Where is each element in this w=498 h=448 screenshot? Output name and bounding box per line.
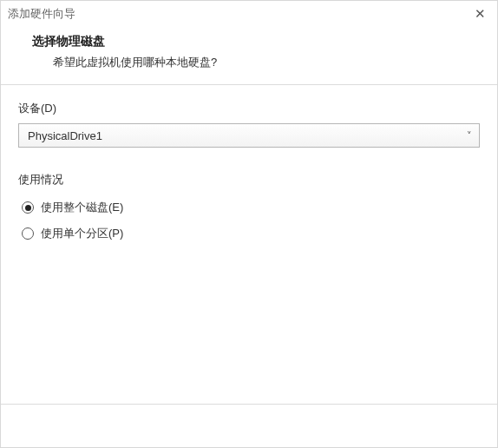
device-select[interactable]: PhysicalDrive1 ˅ [18, 123, 480, 148]
radio-icon [22, 201, 34, 214]
usage-option-label: 使用整个磁盘(E) [41, 200, 123, 215]
usage-option-label: 使用单个分区(P) [41, 226, 123, 241]
usage-option-whole-disk[interactable]: 使用整个磁盘(E) [18, 194, 480, 221]
page-subtitle: 希望此虚拟机使用哪种本地硬盘? [32, 55, 471, 70]
chevron-down-icon: ˅ [467, 130, 472, 142]
wizard-header: 选择物理磁盘 希望此虚拟机使用哪种本地硬盘? [1, 27, 497, 85]
titlebar: 添加硬件向导 ✕ [1, 1, 497, 27]
close-icon[interactable]: ✕ [471, 5, 488, 23]
device-select-value: PhysicalDrive1 [28, 129, 102, 142]
usage-option-single-partition[interactable]: 使用单个分区(P) [18, 221, 480, 247]
page-title: 选择物理磁盘 [32, 34, 471, 49]
device-label: 设备(D) [18, 101, 480, 116]
wizard-body: 设备(D) PhysicalDrive1 ˅ 使用情况 使用整个磁盘(E) 使用… [1, 85, 497, 404]
window-title: 添加硬件向导 [8, 7, 75, 22]
wizard-footer [1, 404, 497, 447]
radio-icon [22, 227, 34, 240]
wizard-window: 添加硬件向导 ✕ 选择物理磁盘 希望此虚拟机使用哪种本地硬盘? 设备(D) Ph… [0, 0, 498, 448]
usage-label: 使用情况 [18, 172, 480, 188]
